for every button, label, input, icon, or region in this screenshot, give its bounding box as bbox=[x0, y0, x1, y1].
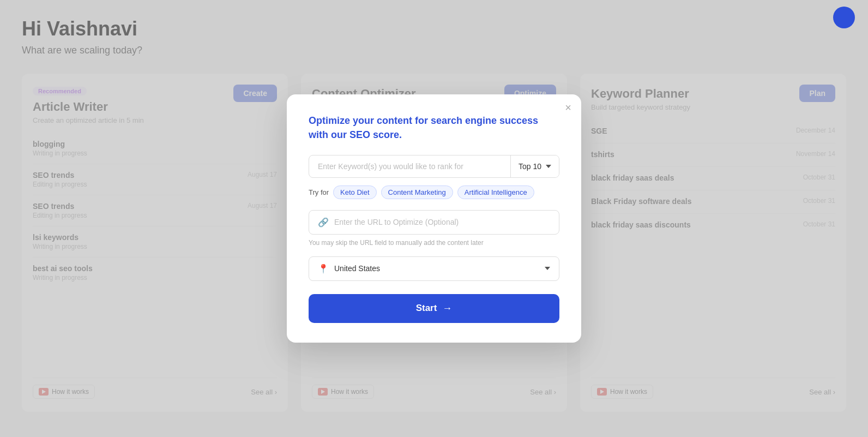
keyword-input[interactable] bbox=[309, 155, 510, 177]
modal-backdrop: × Optimize your content for search engin… bbox=[0, 0, 868, 437]
close-button[interactable]: × bbox=[565, 102, 571, 113]
url-input[interactable] bbox=[334, 218, 550, 226]
try-for-label: Try for bbox=[309, 188, 329, 196]
start-button[interactable]: Start → bbox=[309, 294, 559, 323]
chip-keto-diet[interactable]: Keto Diet bbox=[333, 185, 376, 199]
chip-content-marketing[interactable]: Content Marketing bbox=[381, 185, 453, 199]
modal-title: Optimize your content for search engine … bbox=[309, 114, 559, 141]
arrow-right-icon: → bbox=[442, 303, 452, 314]
try-for-row: Try for Keto Diet Content Marketing Arti… bbox=[309, 185, 559, 199]
location-value: United States bbox=[334, 264, 380, 273]
top-select-label: Top 10 bbox=[519, 162, 541, 171]
avatar bbox=[833, 7, 855, 28]
url-input-wrap: 🔗 bbox=[309, 210, 559, 235]
chip-ai[interactable]: Artificial Intelligence bbox=[457, 185, 534, 199]
keyword-input-row: Top 10 bbox=[309, 155, 559, 178]
optimize-modal: × Optimize your content for search engin… bbox=[287, 94, 581, 342]
location-dropdown[interactable]: 📍 United States bbox=[309, 256, 559, 281]
chevron-down-icon bbox=[545, 267, 550, 270]
chevron-down-icon bbox=[546, 165, 551, 168]
link-icon: 🔗 bbox=[318, 217, 329, 228]
location-pin-icon: 📍 bbox=[318, 264, 329, 274]
top-select-dropdown[interactable]: Top 10 bbox=[510, 155, 559, 177]
url-hint: You may skip the URL field to manually a… bbox=[309, 239, 559, 247]
